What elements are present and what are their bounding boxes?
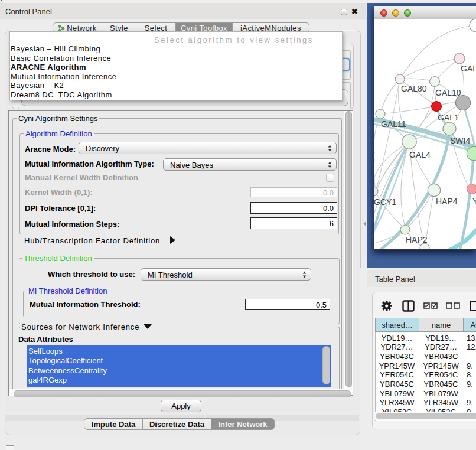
- svg-text:HAP2: HAP2: [406, 235, 428, 244]
- svg-text:GAL80: GAL80: [401, 84, 427, 93]
- svg-text:HAP4: HAP4: [436, 197, 458, 206]
- svg-text:GCY1: GCY1: [374, 197, 396, 207]
- svg-text:Y: Y: [472, 197, 476, 206]
- svg-text:GAL10: GAL10: [435, 88, 461, 97]
- svg-text:SWI4: SWI4: [450, 136, 470, 145]
- svg-text:GAL7: GAL7: [461, 64, 476, 73]
- svg-text:GAL4: GAL4: [409, 150, 431, 159]
- svg-text:GAL1: GAL1: [438, 113, 459, 122]
- svg-text:GAL11: GAL11: [381, 119, 406, 129]
